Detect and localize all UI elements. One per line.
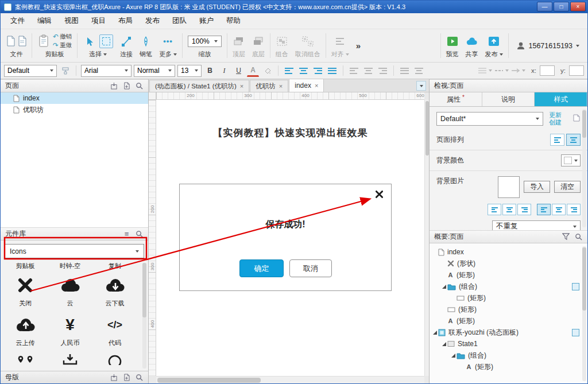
- menu-view[interactable]: 视图: [58, 13, 85, 29]
- bring-front-group[interactable]: 顶层: [229, 30, 249, 61]
- style-panel-scrollbar[interactable]: [582, 109, 586, 227]
- file-group[interactable]: 文件: [3, 30, 30, 61]
- page-item-index[interactable]: index: [1, 92, 148, 104]
- masters-bar[interactable]: 母版: [1, 371, 148, 383]
- align-right-button[interactable]: [312, 65, 324, 77]
- bg-valign-bottom-button[interactable]: [567, 204, 581, 215]
- font-family-select[interactable]: Arial: [81, 65, 131, 77]
- outline-row-group[interactable]: (组合): [430, 281, 587, 292]
- close-tab-icon[interactable]: ×: [315, 82, 318, 89]
- bg-align-center-button[interactable]: [502, 204, 516, 215]
- menu-file[interactable]: 文件: [4, 13, 31, 29]
- import-page-button[interactable]: [110, 82, 118, 90]
- bg-repeat-select[interactable]: 不重复: [492, 220, 581, 230]
- dialog-close-icon[interactable]: [374, 189, 384, 199]
- select-arrow-button[interactable]: [83, 34, 96, 48]
- format-painter-button[interactable]: [59, 65, 71, 77]
- arrow-style-select[interactable]: [511, 68, 525, 73]
- align-middle-button[interactable]: [362, 65, 374, 77]
- add-page-button[interactable]: [122, 82, 131, 90]
- page-align-left-button[interactable]: [550, 134, 564, 146]
- group-group[interactable]: 组合: [272, 30, 292, 61]
- share-cloud-icon[interactable]: [466, 36, 478, 46]
- bold-button[interactable]: B: [204, 65, 216, 77]
- search-widgets-button[interactable]: [135, 230, 144, 238]
- outline-row-shape[interactable]: (形状): [430, 258, 587, 269]
- more-group[interactable]: ••• 更多: [156, 30, 180, 61]
- line-weight-select[interactable]: [478, 67, 492, 74]
- expand-icon[interactable]: [442, 285, 446, 289]
- pen-icon[interactable]: [141, 36, 151, 46]
- expand-icon[interactable]: [433, 331, 437, 335]
- connector-icon[interactable]: [121, 36, 131, 46]
- add-master-button[interactable]: [122, 373, 131, 382]
- undo-button[interactable]: ↶撤销: [53, 33, 72, 41]
- align-center-button[interactable]: [297, 65, 310, 77]
- font-size-select[interactable]: 13: [177, 65, 202, 77]
- font-color-button[interactable]: A: [247, 65, 259, 77]
- publish-group[interactable]: 发布: [482, 30, 506, 61]
- import-image-button[interactable]: 导入: [524, 181, 550, 193]
- publish-icon[interactable]: [488, 36, 500, 46]
- more-dots-icon[interactable]: •••: [163, 37, 173, 45]
- panel-marker-icon[interactable]: [572, 283, 579, 290]
- open-file-icon[interactable]: [18, 36, 26, 46]
- y-input[interactable]: [569, 65, 584, 76]
- menu-publish[interactable]: 发布: [139, 13, 166, 29]
- page-style-preset-select[interactable]: Default*: [436, 112, 543, 126]
- menu-team[interactable]: 团队: [166, 13, 193, 29]
- menu-edit[interactable]: 编辑: [31, 13, 58, 29]
- share-group[interactable]: 共享: [462, 30, 482, 61]
- preview-icon[interactable]: [447, 36, 458, 46]
- widgets-scrollbar[interactable]: [142, 263, 146, 369]
- expand-icon[interactable]: [451, 354, 455, 358]
- pen-group[interactable]: 钢笔: [136, 30, 156, 61]
- select-group[interactable]: 选择: [79, 30, 117, 61]
- close-tab-icon[interactable]: ×: [279, 83, 283, 90]
- cancel-button[interactable]: 取消: [289, 259, 332, 277]
- widget-code[interactable]: </> 代码: [92, 311, 137, 351]
- search-masters-button[interactable]: [135, 373, 144, 382]
- widget-cloud-download[interactable]: 云下载: [92, 271, 137, 311]
- widget-partial-2[interactable]: [48, 351, 92, 368]
- indent-button[interactable]: [413, 65, 425, 77]
- import-master-button[interactable]: [110, 373, 118, 382]
- canvas-horizontal-scrollbar[interactable]: [156, 376, 424, 383]
- tab-index[interactable]: index×: [289, 79, 324, 92]
- outline-row-index[interactable]: index: [430, 246, 587, 258]
- widget-partial-1[interactable]: [3, 351, 48, 368]
- dialog-message[interactable]: 保存成功!: [180, 219, 391, 231]
- ungroup-group[interactable]: 取消组合: [292, 30, 324, 61]
- filter-outline-button[interactable]: [562, 232, 570, 241]
- align-top-button[interactable]: [348, 65, 360, 77]
- widget-partial-3[interactable]: [92, 351, 137, 368]
- clear-image-button[interactable]: 清空: [554, 181, 581, 193]
- outline-row-rect-text[interactable]: A (矩形): [430, 315, 587, 327]
- tab-youzhifang[interactable]: 优职坊×: [250, 80, 288, 92]
- scroll-thumb[interactable]: [157, 378, 261, 383]
- bg-valign-middle-button[interactable]: [552, 204, 566, 215]
- align-left-button[interactable]: [283, 65, 295, 77]
- page-item-youzhifang[interactable]: 优职坊: [1, 104, 148, 115]
- menu-project[interactable]: 项目: [85, 13, 112, 29]
- design-canvas[interactable]: 【实例教程】快速实现弹出框效果 保存成功! 确定 取消: [156, 100, 424, 376]
- widget-clipboard[interactable]: 剪贴板: [3, 262, 48, 271]
- bg-color-picker[interactable]: [561, 154, 581, 166]
- widget-copy[interactable]: 复制: [92, 262, 137, 271]
- tab-style[interactable]: 样式: [535, 92, 587, 106]
- align-bottom-button[interactable]: [377, 65, 389, 77]
- align-group[interactable]: 对齐: [328, 30, 353, 61]
- font-weight-select[interactable]: Normal: [134, 65, 175, 77]
- outline-scrollbar[interactable]: [582, 246, 586, 381]
- select-marquee-button[interactable]: [99, 34, 113, 48]
- widget-cloud-upload[interactable]: 云上传: [3, 311, 48, 351]
- maximize-button[interactable]: □: [554, 2, 569, 11]
- fill-color-button[interactable]: [261, 65, 273, 77]
- close-tab-icon[interactable]: ×: [240, 83, 243, 90]
- style-preset-select[interactable]: Default: [4, 65, 57, 77]
- expand-icon[interactable]: [442, 342, 446, 346]
- widgets-menu-button[interactable]: ≡: [122, 230, 131, 238]
- ok-button[interactable]: 确定: [239, 259, 284, 277]
- widget-yuan[interactable]: ¥ 人民币: [48, 311, 92, 351]
- search-pages-button[interactable]: [135, 82, 144, 90]
